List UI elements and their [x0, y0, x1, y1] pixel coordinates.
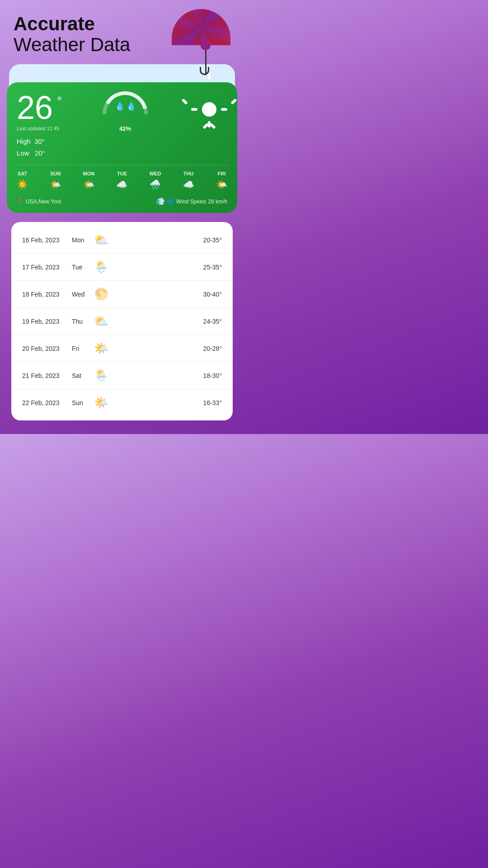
forecast-weather-icon: 🌤️ [90, 396, 113, 410]
forecast-weather-icon: ⛅ [90, 314, 113, 328]
weather-top-row: 26° Last updated 11:45 High 30° Low 20° … [17, 91, 227, 159]
forecast-date: 22 Feb, 2023 [22, 399, 72, 406]
day-label: MON [83, 171, 95, 176]
day-item: WED 🌧️ [150, 171, 161, 190]
day-weather-icon: 🌤️ [216, 179, 227, 190]
forecast-temp: 18-30° [203, 372, 222, 379]
forecast-day: Mon [72, 236, 90, 244]
forecast-temp: 16-33° [203, 399, 222, 406]
forecast-date: 20 Feb, 2023 [22, 345, 72, 352]
forecast-weather-icon: ⛅ [90, 233, 113, 247]
temperature-section: 26° Last updated 11:45 High 30° Low 20° [17, 91, 59, 159]
day-weather-icon: 🌧️ [150, 179, 161, 190]
temperature-display: 26° [17, 91, 53, 124]
forecast-day: Thu [72, 318, 90, 325]
wind-icon: 💨 [156, 197, 165, 206]
forecast-date: 18 Feb, 2023 [22, 291, 72, 298]
forecast-temp: 24-35° [203, 318, 222, 325]
forecast-row: 18 Feb, 2023 Wed 🌕 30-40° [11, 281, 233, 308]
days-forecast-row: SAT ☀️ SUN 🌤️ MON 🌤️ TUE ☁️ WED 🌧️ THU ☁… [17, 165, 227, 193]
forecast-day: Sun [72, 399, 90, 406]
sun-circle [202, 102, 216, 117]
forecast-temp: 20-28° [203, 345, 222, 352]
humidity-percentage: 42% [119, 125, 131, 132]
forecast-date: 21 Feb, 2023 [22, 372, 72, 379]
forecast-temp: 30-40° [203, 291, 222, 298]
gauge-arc-fill [94, 83, 156, 145]
forecast-weather-icon: 🌦️ [90, 260, 113, 274]
humidity-section: 💧 💧 42% [103, 91, 148, 132]
humidity-gauge: 💧 💧 [103, 91, 148, 123]
low-temp-row: Low 20° [17, 147, 59, 159]
sun-icon [191, 91, 227, 127]
day-weather-icon: 🌤️ [50, 179, 61, 190]
forecast-row: 20 Feb, 2023 Fri 🌤️ 20-28° [11, 335, 233, 362]
forecast-list-card: 16 Feb, 2023 Mon ⛅ 20-35° 17 Feb, 2023 T… [11, 222, 233, 420]
wind-info: 💨 🌀 Wind Speed 28 km/h [156, 197, 227, 206]
location-info: 📍 USA,New York [17, 198, 61, 205]
weather-card: 26° Last updated 11:45 High 30° Low 20° … [7, 82, 237, 213]
last-updated-label: Last updated 11:45 [17, 126, 59, 131]
forecast-weather-icon: 🌦️ [90, 368, 113, 382]
high-temp-row: High 30° [17, 136, 59, 147]
forecast-row: 21 Feb, 2023 Sat 🌦️ 18-30° [11, 362, 233, 389]
high-low-section: High 30° Low 20° [17, 136, 59, 159]
day-item: TUE ☁️ [116, 171, 127, 190]
page-title: Accurate Weather Data [14, 14, 230, 55]
header: Accurate Weather Data [0, 0, 244, 60]
day-weather-icon: 🌤️ [83, 179, 94, 190]
day-label: THU [183, 171, 194, 176]
forecast-weather-icon: 🌤️ [90, 341, 113, 355]
forecast-day: Tue [72, 264, 90, 271]
forecast-row: 22 Feb, 2023 Sun 🌤️ 16-33° [11, 389, 233, 416]
forecast-day: Sat [72, 372, 90, 379]
forecast-temp: 25-35° [203, 264, 222, 271]
day-item: MON 🌤️ [83, 171, 95, 190]
forecast-date: 16 Feb, 2023 [22, 236, 72, 244]
day-item: FRI 🌤️ [216, 171, 227, 190]
card-footer: 📍 USA,New York 💨 🌀 Wind Speed 28 km/h [17, 197, 227, 206]
day-label: SUN [50, 171, 61, 176]
forecast-row: 19 Feb, 2023 Thu ⛅ 24-35° [11, 308, 233, 335]
forecast-day: Fri [72, 345, 90, 352]
day-label: SAT [18, 171, 27, 176]
day-weather-icon: ☁️ [183, 179, 194, 190]
day-item: SUN 🌤️ [50, 171, 61, 190]
gauge-drops: 💧 💧 [115, 101, 136, 111]
forecast-date: 19 Feb, 2023 [22, 318, 72, 325]
forecast-date: 17 Feb, 2023 [22, 264, 72, 271]
day-item: SAT ☀️ [17, 171, 28, 190]
day-label: FRI [218, 171, 226, 176]
forecast-temp: 20-35° [203, 236, 222, 244]
day-label: WED [150, 171, 161, 176]
forecast-row: 16 Feb, 2023 Mon ⛅ 20-35° [11, 226, 233, 254]
day-label: TUE [117, 171, 127, 176]
forecast-row: 17 Feb, 2023 Tue 🌦️ 25-35° [11, 254, 233, 281]
day-weather-icon: ☁️ [116, 179, 127, 190]
day-weather-icon: ☀️ [17, 179, 28, 190]
day-item: THU ☁️ [183, 171, 194, 190]
forecast-weather-icon: 🌕 [90, 287, 113, 301]
forecast-day: Wed [72, 291, 90, 298]
